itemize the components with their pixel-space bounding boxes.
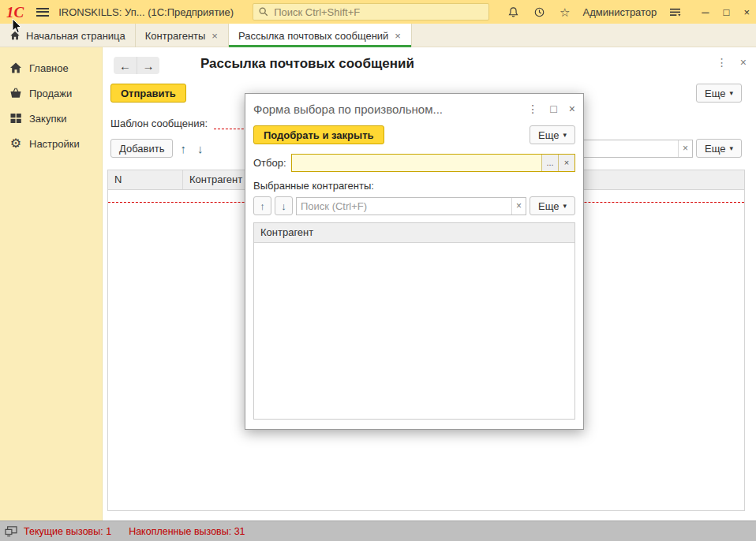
sidebar-item-purchases[interactable]: Закупки: [0, 106, 102, 131]
global-search[interactable]: [253, 3, 489, 21]
basket-icon: [9, 87, 22, 99]
1c-logo: 1С: [6, 5, 24, 20]
history-nav: ← →: [114, 57, 159, 74]
sidebar-item-settings[interactable]: ⚙ Настройки: [0, 131, 102, 156]
window-maximize-icon[interactable]: □: [724, 7, 730, 17]
tab-label: Контрагенты: [145, 30, 206, 42]
filter-browse-icon[interactable]: ...: [541, 155, 558, 171]
global-search-input[interactable]: [274, 6, 484, 18]
chevron-down-icon: ▾: [563, 131, 567, 139]
back-button[interactable]: ←: [114, 57, 137, 74]
star-glyph: ☆: [560, 6, 570, 18]
more-button-list[interactable]: Еще ▾: [696, 139, 742, 158]
forward-button[interactable]: →: [137, 57, 159, 74]
dialog-maximize-icon[interactable]: □: [550, 103, 556, 114]
dialog-close-icon[interactable]: ×: [569, 103, 575, 114]
pick-and-close-button[interactable]: Подобрать и закрыть: [253, 125, 384, 144]
dialog-menu-kebab-icon[interactable]: ⋮: [527, 103, 538, 114]
dialog-toolbar: Подобрать и закрыть Еще ▾: [253, 125, 575, 144]
accumulated-calls-counter: Накопленные вызовы: 31: [129, 526, 245, 537]
tab-close-icon[interactable]: ×: [394, 30, 402, 42]
window-titlebar: 1С IRONSKILLS: Уп... (1С:Предприятие): [0, 0, 756, 24]
search-icon: [258, 6, 269, 17]
user-menu-icon[interactable]: [668, 6, 683, 19]
sidebar-item-sales[interactable]: Продажи: [0, 80, 102, 106]
form-menu-kebab-icon[interactable]: ⋮: [717, 57, 728, 68]
more-button-dialog-list[interactable]: Еще ▾: [530, 196, 575, 215]
performance-monitor-icon[interactable]: [5, 526, 17, 537]
gear-icon: ⚙: [9, 137, 22, 150]
sidebar-item-label: Настройки: [29, 138, 80, 150]
move-down-icon[interactable]: ↓: [193, 141, 208, 156]
favorites-star-icon[interactable]: ☆: [558, 5, 571, 20]
dialog-titlebar: Форма выбора по произвольном... ⋮ □ ×: [253, 94, 575, 124]
add-button[interactable]: Добавить: [110, 139, 173, 158]
filter-row: Отбор: ... ×: [253, 154, 575, 172]
selected-counterparties-label: Выбранные контрагенты:: [253, 180, 575, 192]
filter-label: Отбор:: [253, 157, 286, 169]
tab-label: Начальная страница: [26, 30, 125, 42]
chevron-down-icon: ▾: [729, 144, 733, 152]
more-button-dialog[interactable]: Еще ▾: [530, 125, 575, 144]
filter-field[interactable]: ... ×: [291, 154, 575, 172]
more-button-main[interactable]: Еще ▾: [696, 84, 742, 103]
window-title: IRONSKILLS: Уп... (1С:Предприятие): [58, 6, 234, 18]
current-calls-counter: Текущие вызовы: 1: [24, 526, 111, 537]
column-header-counterparty[interactable]: Контрагент: [254, 223, 574, 242]
more-label: Еще: [705, 88, 725, 99]
chevron-down-icon: ▾: [563, 202, 567, 210]
table-header: Контрагент: [254, 223, 574, 243]
column-header-n[interactable]: N: [108, 170, 183, 189]
sections-panel: Главное Продажи Закупки ⚙ Настройки: [0, 47, 103, 520]
window-minimize-icon[interactable]: ─: [702, 7, 709, 17]
dialog-list-toolbar: ↑ ↓ × Еще ▾: [253, 196, 575, 215]
boxes-icon: [9, 112, 22, 125]
dialog-search-field[interactable]: ×: [296, 197, 526, 215]
current-user[interactable]: Администратор: [583, 6, 657, 18]
tab-close-icon[interactable]: ×: [211, 30, 219, 42]
tab-counterparties[interactable]: Контрагенты ×: [136, 24, 229, 47]
sidebar-item-label: Главное: [29, 62, 69, 74]
home-icon: [9, 62, 22, 74]
sidebar-item-main[interactable]: Главное: [0, 55, 102, 80]
form-close-icon[interactable]: ×: [740, 57, 747, 68]
app-window: 1С IRONSKILLS: Уп... (1С:Предприятие): [0, 0, 756, 541]
tab-label: Рассылка почтовых сообщений: [238, 30, 388, 42]
search-clear-icon[interactable]: ×: [511, 198, 526, 215]
home-icon: [9, 30, 21, 41]
sidebar-item-label: Продажи: [29, 88, 72, 99]
send-button[interactable]: Отправить: [110, 84, 186, 103]
move-down-icon[interactable]: ↓: [275, 196, 293, 215]
tab-mail-distribution[interactable]: Рассылка почтовых сообщений ×: [229, 24, 412, 47]
selected-counterparties-table: Контрагент: [253, 222, 575, 420]
tab-home[interactable]: Начальная страница: [0, 24, 136, 47]
titlebar-tools: ☆ Администратор ─ □ ×: [506, 5, 750, 20]
table-body[interactable]: [254, 243, 574, 419]
move-up-icon[interactable]: ↑: [176, 141, 190, 156]
history-clock-icon[interactable]: [532, 5, 547, 20]
sidebar-item-label: Закупки: [29, 113, 66, 125]
open-windows-tabbar: Начальная страница Контрагенты × Рассылк…: [0, 24, 756, 47]
dialog-search-input[interactable]: [297, 200, 511, 212]
filter-clear-icon[interactable]: ×: [558, 155, 574, 171]
window-close-icon[interactable]: ×: [743, 7, 750, 17]
selection-dialog: Форма выбора по произвольном... ⋮ □ × По…: [245, 93, 584, 430]
move-up-icon[interactable]: ↑: [253, 196, 271, 215]
template-label: Шаблон сообщения:: [110, 118, 208, 129]
dialog-window-controls: ⋮ □ ×: [527, 103, 575, 114]
more-label: Еще: [538, 129, 559, 141]
more-label: Еще: [538, 200, 559, 212]
form-corner-controls: ⋮ ×: [717, 57, 747, 68]
window-controls: ─ □ ×: [702, 7, 750, 17]
page-title: Рассылка почтовых сообщений: [200, 56, 414, 72]
status-bar: Текущие вызовы: 1 Накопленные вызовы: 31: [0, 520, 756, 541]
more-label: Еще: [705, 143, 725, 155]
main-menu-icon[interactable]: [35, 4, 51, 20]
notifications-bell-icon[interactable]: [506, 5, 521, 20]
filter-input[interactable]: [292, 157, 541, 169]
dialog-title: Форма выбора по произвольном...: [253, 103, 443, 116]
search-clear-icon[interactable]: ×: [678, 140, 692, 157]
chevron-down-icon: ▾: [729, 89, 733, 97]
